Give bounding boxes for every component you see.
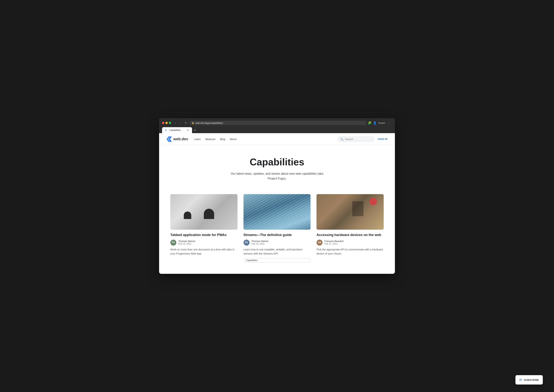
article-tag-capabilities[interactable]: Capabilities — [243, 258, 311, 263]
author-name-3: François Beaufort — [324, 240, 344, 243]
lock-icon: 🔒 — [192, 122, 194, 124]
article-title-3[interactable]: Accessing hardware devices on the web — [317, 233, 384, 237]
article-date-1: Feb 25, 2021 — [178, 243, 195, 245]
minimize-button[interactable] — [165, 122, 168, 124]
search-placeholder: Search — [345, 138, 353, 141]
article-date-3: Feb 12, 2021 — [324, 243, 344, 245]
tab-favicon: C — [165, 129, 168, 132]
nav-link-learn[interactable]: Learn — [194, 138, 201, 141]
user-icon[interactable]: 👤 — [373, 121, 377, 125]
search-icon: 🔍 — [340, 138, 343, 141]
traffic-lights — [162, 122, 171, 124]
page-title: Capabilities — [167, 156, 387, 168]
article-card: Tabbed application mode for PWAs TS Thom… — [170, 194, 237, 263]
search-bar[interactable]: 🔍 Search — [337, 136, 375, 142]
subscribe-label: SUBSCRIBE — [524, 378, 539, 381]
nav-links: Learn Measure Blog About — [194, 137, 237, 141]
article-author-3: FB François Beaufort Feb 12, 2021 — [317, 240, 384, 245]
article-card: Streams—The definitive guide TS Thomas S… — [243, 194, 311, 263]
article-image-2 — [243, 194, 311, 230]
logo-icon — [167, 137, 172, 142]
subscribe-icon: ✉ — [519, 378, 522, 382]
tab-bar: C Capabilities ✕ + — [162, 127, 392, 133]
author-name-1: Thomas Steiner — [178, 240, 195, 243]
article-author-1: TS Thomas Steiner Feb 25, 2021 — [170, 240, 237, 245]
author-name-2: Thomas Steiner — [251, 240, 269, 243]
author-avatar-1: TS — [170, 240, 176, 245]
back-button[interactable]: ‹ — [174, 121, 177, 125]
hero-subtitle: Our latest news, updates, and stories ab… — [228, 171, 326, 181]
close-button[interactable] — [162, 122, 164, 124]
article-card: Accessing hardware devices on the web FB… — [317, 194, 384, 263]
browser-menu-button[interactable]: ⋮ — [386, 120, 392, 125]
maximize-button[interactable] — [169, 122, 171, 124]
sign-in-button[interactable]: SIGN IN — [378, 138, 387, 140]
article-image-3 — [317, 194, 384, 230]
logo-text: web.dev — [173, 137, 188, 141]
address-text: web.dev/tags/capabilities/ — [195, 122, 223, 124]
subscribe-widget[interactable]: ✉ SUBSCRIBE — [515, 375, 543, 385]
article-date-2: Feb 19, 2021 — [251, 243, 269, 245]
site-logo[interactable]: web.dev — [167, 137, 188, 142]
article-excerpt-2: Learn how to use readable, writable, and… — [243, 247, 311, 256]
user-label[interactable]: Guest — [378, 122, 385, 124]
article-excerpt-3: Pick the appropriate API to communicate … — [317, 247, 384, 256]
articles-grid: Tabbed application mode for PWAs TS Thom… — [159, 190, 395, 274]
site-nav: web.dev Learn Measure Blog About 🔍 Searc… — [159, 133, 395, 145]
author-avatar-2: TS — [243, 240, 249, 245]
extensions-icon[interactable]: 🧩 — [368, 121, 371, 125]
nav-link-blog[interactable]: Blog — [220, 138, 225, 141]
nav-right: 🔍 Search SIGN IN — [337, 136, 387, 142]
hero-section: Capabilities Our latest news, updates, a… — [159, 145, 395, 190]
article-title-1[interactable]: Tabbed application mode for PWAs — [170, 233, 237, 237]
tab-title: Capabilities — [169, 129, 185, 132]
active-tab[interactable]: C Capabilities ✕ — [162, 127, 192, 133]
nav-link-about[interactable]: About — [230, 138, 237, 141]
refresh-button[interactable]: ↻ — [184, 121, 188, 125]
forward-button[interactable]: › — [179, 121, 182, 125]
new-tab-button[interactable]: + — [192, 127, 198, 133]
article-title-2[interactable]: Streams—The definitive guide — [243, 233, 311, 237]
address-bar[interactable]: 🔒 web.dev/tags/capabilities/ — [190, 121, 366, 125]
article-excerpt-1: Work on more than one document at a time… — [170, 247, 237, 256]
author-avatar-3: FB — [317, 240, 322, 245]
tab-close-button[interactable]: ✕ — [187, 129, 189, 132]
article-image-1 — [170, 194, 237, 230]
article-author-2: TS Thomas Steiner Feb 19, 2021 — [243, 240, 311, 245]
nav-link-measure[interactable]: Measure — [205, 138, 215, 141]
